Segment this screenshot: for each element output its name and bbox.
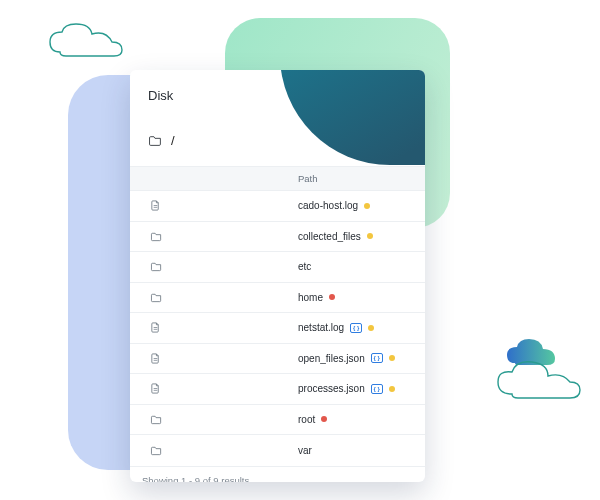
table-row[interactable]: open_files.json { } — [130, 344, 425, 375]
folder-icon — [150, 445, 182, 456]
folder-icon — [150, 231, 182, 242]
table-header: Path — [130, 166, 425, 191]
column-header-path: Path — [298, 173, 318, 184]
table-row[interactable]: netstat.log { } — [130, 313, 425, 344]
file-name: open_files.json — [298, 353, 365, 364]
folder-icon — [148, 134, 163, 147]
results-footer: Showing 1 - 9 of 9 results — [130, 466, 425, 483]
status-dot-yellow — [364, 203, 370, 209]
file-icon — [150, 321, 182, 334]
status-dot-red — [329, 294, 335, 300]
table-row[interactable]: cado-host.log — [130, 191, 425, 222]
table-row[interactable]: root — [130, 405, 425, 436]
json-badge-icon: { } — [371, 353, 383, 363]
status-dot-yellow — [367, 233, 373, 239]
file-name: collected_files — [298, 231, 361, 242]
status-dot-yellow — [389, 386, 395, 392]
file-name: home — [298, 292, 323, 303]
file-name: cado-host.log — [298, 200, 358, 211]
cloud-decor-bottom-right — [492, 356, 587, 401]
card-title: Disk — [130, 70, 425, 111]
file-name: etc — [298, 261, 311, 272]
status-dot-red — [321, 416, 327, 422]
table-row[interactable]: var — [130, 435, 425, 466]
cloud-decor-top-left — [48, 20, 158, 60]
folder-icon — [150, 414, 182, 425]
disk-browser-card: Disk / Path cado-host.log collected_file… — [130, 70, 425, 482]
file-icon — [150, 352, 182, 365]
file-icon — [150, 382, 182, 395]
breadcrumb-path: / — [171, 133, 175, 148]
status-dot-yellow — [389, 355, 395, 361]
table-row[interactable]: home — [130, 283, 425, 314]
table-row[interactable]: etc — [130, 252, 425, 283]
file-name: processes.json — [298, 383, 365, 394]
file-name: netstat.log — [298, 322, 344, 333]
file-name: root — [298, 414, 315, 425]
table-row[interactable]: processes.json { } — [130, 374, 425, 405]
breadcrumb[interactable]: / — [130, 111, 425, 158]
file-list: cado-host.log collected_files etc — [130, 191, 425, 466]
table-row[interactable]: collected_files — [130, 222, 425, 253]
folder-icon — [150, 292, 182, 303]
status-dot-yellow — [368, 325, 374, 331]
json-badge-icon: { } — [350, 323, 362, 333]
file-name: var — [298, 445, 312, 456]
file-icon — [150, 199, 182, 212]
folder-icon — [150, 261, 182, 272]
json-badge-icon: { } — [371, 384, 383, 394]
